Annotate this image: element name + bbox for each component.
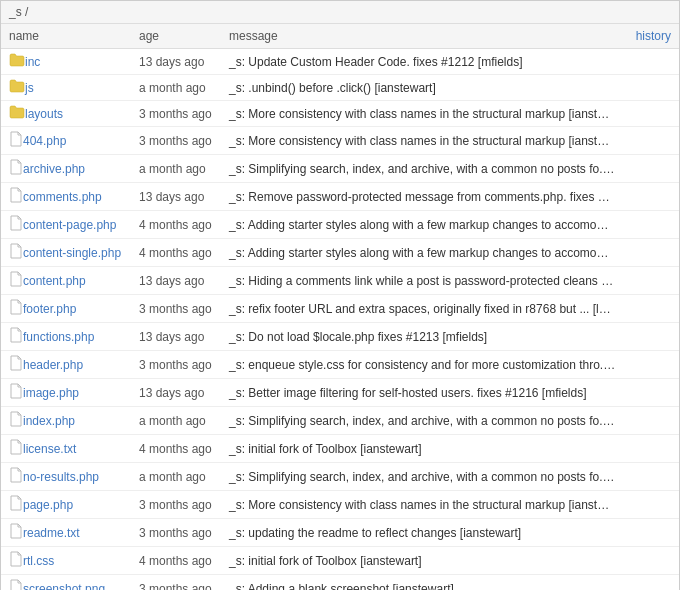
file-icon xyxy=(9,355,23,374)
file-name-label[interactable]: js xyxy=(25,81,34,95)
file-name-cell: header.php xyxy=(1,351,131,379)
file-name-label[interactable]: comments.php xyxy=(23,190,102,204)
file-name-label[interactable]: inc xyxy=(25,55,40,69)
file-name-label[interactable]: no-results.php xyxy=(23,470,99,484)
table-row: rtl.css4 months ago_s: initial fork of T… xyxy=(1,547,679,575)
breadcrumb: _s / xyxy=(1,1,679,24)
file-name-cell: screenshot.png xyxy=(1,575,131,591)
table-row: content-single.php4 months ago_s: Adding… xyxy=(1,239,679,267)
table-row: layouts3 months ago_s: More consistency … xyxy=(1,101,679,127)
folder-icon xyxy=(9,105,25,122)
col-message: message xyxy=(221,24,623,49)
folder-svg xyxy=(9,53,25,67)
file-age: 3 months ago xyxy=(131,519,221,547)
file-svg xyxy=(9,383,23,399)
table-row: screenshot.png3 months ago_s: Adding a b… xyxy=(1,575,679,591)
file-svg xyxy=(9,411,23,427)
file-age: 13 days ago xyxy=(131,267,221,295)
file-name-label[interactable]: layouts xyxy=(25,107,63,121)
file-name-cell: index.php xyxy=(1,407,131,435)
file-age: a month ago xyxy=(131,407,221,435)
file-message: _s: Adding a blank screenshot [ianstewar… xyxy=(221,575,623,591)
file-message: _s: Hiding a comments link while a post … xyxy=(221,267,623,295)
file-message: _s: initial fork of Toolbox [ianstewart] xyxy=(221,435,623,463)
file-svg xyxy=(9,243,23,259)
file-name-cell: content-single.php xyxy=(1,239,131,267)
file-message: _s: Better image filtering for self-host… xyxy=(221,379,623,407)
file-icon xyxy=(9,271,23,290)
col-age: age xyxy=(131,24,221,49)
file-age: 4 months ago xyxy=(131,435,221,463)
file-name-label[interactable]: 404.php xyxy=(23,134,66,148)
file-table: name age message history inc13 days ago_… xyxy=(1,24,679,590)
table-row: comments.php13 days ago_s: Remove passwo… xyxy=(1,183,679,211)
table-row: page.php3 months ago_s: More consistency… xyxy=(1,491,679,519)
file-svg xyxy=(9,551,23,567)
file-name-cell: image.php xyxy=(1,379,131,407)
file-name-cell: license.txt xyxy=(1,435,131,463)
file-name-cell: no-results.php xyxy=(1,463,131,491)
file-icon xyxy=(9,159,23,178)
file-message: _s: More consistency with class names in… xyxy=(221,127,623,155)
file-svg xyxy=(9,187,23,203)
col-history[interactable]: history xyxy=(623,24,679,49)
file-svg xyxy=(9,215,23,231)
table-row: index.phpa month ago_s: Simplifying sear… xyxy=(1,407,679,435)
table-row: inc13 days ago_s: Update Custom Header C… xyxy=(1,49,679,75)
file-icon xyxy=(9,187,23,206)
file-message: _s: Simplifying search, index, and archi… xyxy=(221,463,623,491)
file-name-label[interactable]: image.php xyxy=(23,386,79,400)
file-name-cell: comments.php xyxy=(1,183,131,211)
file-name-label[interactable]: content-single.php xyxy=(23,246,121,260)
file-icon xyxy=(9,215,23,234)
file-message: _s: updating the readme to reflect chang… xyxy=(221,519,623,547)
folder-icon xyxy=(9,79,25,96)
file-name-label[interactable]: license.txt xyxy=(23,442,76,456)
file-name-cell: content.php xyxy=(1,267,131,295)
file-age: 13 days ago xyxy=(131,323,221,351)
file-name-label[interactable]: page.php xyxy=(23,498,73,512)
file-age: 13 days ago xyxy=(131,183,221,211)
file-name-label[interactable]: footer.php xyxy=(23,302,76,316)
file-age: 3 months ago xyxy=(131,101,221,127)
file-name-label[interactable]: screenshot.png xyxy=(23,582,105,591)
file-message: _s: .unbind() before .click() [ianstewar… xyxy=(221,75,623,101)
file-name-label[interactable]: content.php xyxy=(23,274,86,288)
file-name-label[interactable]: rtl.css xyxy=(23,554,54,568)
file-name-label[interactable]: functions.php xyxy=(23,330,94,344)
col-name: name xyxy=(1,24,131,49)
file-list: inc13 days ago_s: Update Custom Header C… xyxy=(1,49,679,591)
file-svg xyxy=(9,439,23,455)
folder-svg xyxy=(9,105,25,119)
file-name-label[interactable]: archive.php xyxy=(23,162,85,176)
file-icon xyxy=(9,439,23,458)
file-icon xyxy=(9,299,23,318)
file-svg xyxy=(9,159,23,175)
table-row: header.php3 months ago_s: enqueue style.… xyxy=(1,351,679,379)
file-svg xyxy=(9,523,23,539)
file-message: _s: Adding starter styles along with a f… xyxy=(221,239,623,267)
file-age: a month ago xyxy=(131,155,221,183)
file-name-cell: readme.txt xyxy=(1,519,131,547)
file-svg xyxy=(9,579,23,590)
file-icon xyxy=(9,551,23,570)
file-name-label[interactable]: readme.txt xyxy=(23,526,80,540)
table-row: license.txt4 months ago_s: initial fork … xyxy=(1,435,679,463)
file-name-label[interactable]: content-page.php xyxy=(23,218,116,232)
file-age: a month ago xyxy=(131,463,221,491)
file-name-cell: footer.php xyxy=(1,295,131,323)
file-name-label[interactable]: index.php xyxy=(23,414,75,428)
file-name-cell: content-page.php xyxy=(1,211,131,239)
file-icon xyxy=(9,523,23,542)
file-name-cell: page.php xyxy=(1,491,131,519)
file-age: 3 months ago xyxy=(131,295,221,323)
file-name-label[interactable]: header.php xyxy=(23,358,83,372)
file-icon xyxy=(9,467,23,486)
file-age: 13 days ago xyxy=(131,49,221,75)
table-row: no-results.phpa month ago_s: Simplifying… xyxy=(1,463,679,491)
file-age: 3 months ago xyxy=(131,575,221,591)
file-message: _s: Update Custom Header Code. fixes #12… xyxy=(221,49,623,75)
file-age: 13 days ago xyxy=(131,379,221,407)
file-age: 4 months ago xyxy=(131,239,221,267)
file-name-cell: inc xyxy=(1,49,131,75)
